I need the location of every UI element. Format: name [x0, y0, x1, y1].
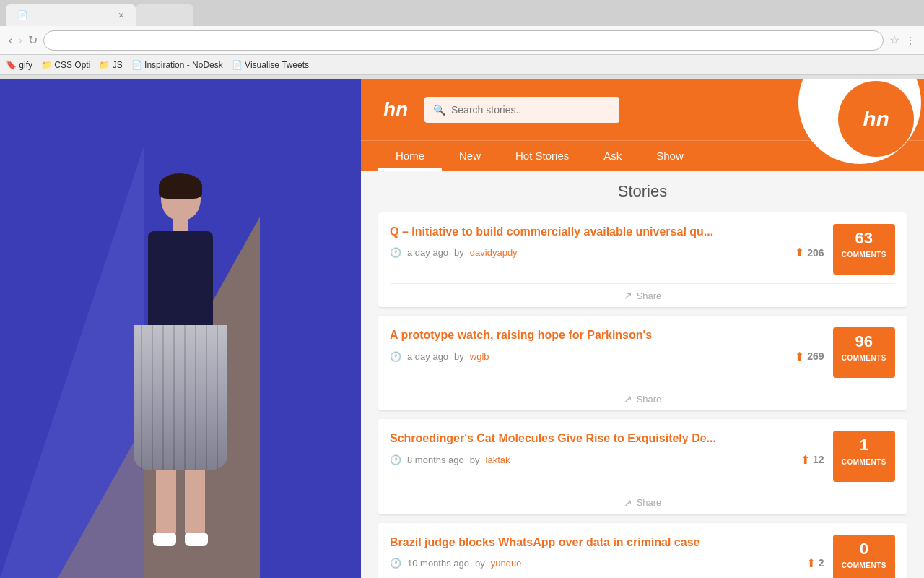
comments-label: COMMENTS — [842, 251, 886, 259]
story-author[interactable]: wglb — [470, 351, 489, 362]
comments-count: 0 — [842, 540, 886, 558]
story-content: Schroedinger's Cat Molecules Give Rise t… — [390, 431, 824, 466]
extensions-button[interactable]: ⋮ — [905, 35, 915, 46]
share-button[interactable]: ↗ Share — [624, 497, 662, 509]
upvote-arrow-icon: ⬆ — [801, 453, 810, 467]
stories-container: Stories Q – Initiative to build commerci… — [361, 171, 924, 578]
comments-count: 1 — [842, 436, 886, 454]
story-author[interactable]: laktak — [486, 454, 510, 465]
upvote-count: 269 — [807, 350, 824, 362]
logo-text: hn — [383, 98, 408, 121]
story-title-link[interactable]: Brazil judge blocks WhatsApp over data i… — [390, 535, 824, 551]
story-author[interactable]: yunque — [491, 558, 522, 569]
upvote-arrow-icon: ⬆ — [795, 246, 804, 259]
stories-heading: Stories — [378, 182, 907, 201]
tab-favicon: 📄 — [17, 10, 28, 20]
upvote-section[interactable]: ⬆ 2 — [806, 556, 824, 570]
bookmark-visualise[interactable]: 📄 Visualise Tweets — [232, 60, 309, 70]
left-decorative-panel — [0, 79, 361, 578]
share-bar: ↗ Share — [390, 387, 895, 410]
story-content: Brazil judge blocks WhatsApp over data i… — [390, 535, 824, 570]
browser-chrome: 📄 × ‹ › ↻ ☆ ⋮ 🔖 gify 📁 CSS Opti 📁 JS 📄 I… — [0, 0, 924, 79]
active-tab[interactable]: 📄 × — [6, 4, 136, 26]
story-content: A prototype watch, raising hope for Park… — [390, 327, 824, 363]
comments-badge[interactable]: 63 COMMENTS — [833, 224, 895, 275]
clock-icon: 🕐 — [390, 454, 401, 465]
story-card: Schroedinger's Cat Molecules Give Rise t… — [378, 419, 907, 514]
upvote-arrow-icon: ⬆ — [795, 350, 804, 363]
upvote-section[interactable]: ⬆ 206 — [795, 246, 824, 259]
clock-icon: 🕐 — [390, 558, 401, 569]
profile-logo: hn — [863, 107, 889, 131]
share-icon: ↗ — [624, 393, 632, 405]
app-logo[interactable]: hn — [378, 92, 413, 127]
share-label: Share — [637, 290, 662, 301]
time-ago: 8 months ago — [407, 454, 464, 465]
comments-label: COMMENTS — [842, 561, 886, 569]
forward-button[interactable]: › — [18, 34, 22, 47]
back-button[interactable]: ‹ — [9, 34, 12, 47]
story-author[interactable]: davidyapdy — [470, 247, 518, 258]
upvote-arrow-icon: ⬆ — [806, 556, 816, 570]
app-header: hn 🔍 hn — [361, 79, 924, 140]
reload-button[interactable]: ↻ — [28, 33, 38, 47]
bookmark-gify[interactable]: 🔖 gify — [6, 60, 32, 70]
search-bar[interactable]: 🔍 — [424, 97, 619, 123]
share-label: Share — [637, 497, 662, 508]
tab-home[interactable]: Home — [378, 141, 442, 171]
bookmarks-bar: 🔖 gify 📁 CSS Opti 📁 JS 📄 Inspiration - N… — [0, 55, 924, 75]
clock-icon: 🕐 — [390, 351, 401, 362]
share-button[interactable]: ↗ Share — [624, 393, 662, 405]
upvote-section[interactable]: ⬆ 269 — [795, 350, 824, 363]
story-meta: 🕐 8 months ago by laktak ⬆ 12 — [390, 453, 824, 467]
clock-icon: 🕐 — [390, 247, 401, 258]
main-container: hn 🔍 hn Home New — [0, 79, 924, 578]
comments-label: COMMENTS — [842, 354, 886, 362]
upvote-section[interactable]: ⬆ 12 — [801, 453, 824, 467]
story-title-link[interactable]: Schroedinger's Cat Molecules Give Rise t… — [390, 431, 824, 447]
search-input[interactable] — [451, 104, 611, 116]
bookmark-js[interactable]: 📁 JS — [99, 60, 122, 70]
comments-badge[interactable]: 96 COMMENTS — [833, 327, 895, 378]
address-input[interactable] — [43, 30, 884, 51]
tab-show[interactable]: Show — [639, 141, 701, 171]
share-button[interactable]: ↗ Share — [624, 290, 662, 301]
tab-hot-stories[interactable]: Hot Stories — [498, 141, 586, 171]
tab-new[interactable]: New — [442, 141, 498, 171]
time-ago: a day ago — [407, 247, 448, 258]
comments-count: 96 — [842, 333, 886, 350]
story-meta: 🕐 a day ago by davidyapdy ⬆ 206 — [390, 246, 824, 259]
story-meta: 🕐 a day ago by wglb ⬆ 269 — [390, 350, 824, 363]
time-ago: 10 months ago — [407, 558, 469, 569]
bookmark-star-icon[interactable]: ☆ — [889, 33, 899, 47]
story-title-link[interactable]: A prototype watch, raising hope for Park… — [390, 327, 824, 343]
upvote-count: 12 — [813, 454, 824, 465]
comments-badge[interactable]: 0 COMMENTS — [833, 535, 895, 578]
profile-avatar[interactable]: hn — [838, 81, 914, 157]
story-content: Q – Initiative to build commercially ava… — [390, 224, 824, 259]
story-card: A prototype watch, raising hope for Park… — [378, 316, 907, 410]
search-icon: 🔍 — [433, 104, 445, 116]
tab-ask[interactable]: Ask — [586, 141, 639, 171]
story-card: Brazil judge blocks WhatsApp over data i… — [378, 523, 907, 578]
new-tab[interactable] — [136, 4, 193, 26]
bookmark-css[interactable]: 📁 CSS Opti — [41, 60, 90, 70]
upvote-count: 206 — [807, 247, 824, 259]
upvote-count: 2 — [819, 557, 824, 569]
share-label: Share — [637, 394, 662, 405]
share-icon: ↗ — [624, 497, 632, 509]
app-panel: hn 🔍 hn Home New — [361, 79, 924, 578]
time-ago: a day ago — [407, 351, 448, 362]
address-bar: ‹ › ↻ ☆ ⋮ — [0, 26, 924, 55]
share-bar: ↗ Share — [390, 491, 895, 514]
story-card: Q – Initiative to build commercially ava… — [378, 212, 907, 307]
bookmark-inspiration[interactable]: 📄 Inspiration - NoDesk — [131, 60, 223, 70]
tab-bar: 📄 × — [0, 0, 924, 26]
comments-count: 63 — [842, 230, 886, 247]
comments-badge[interactable]: 1 COMMENTS — [833, 431, 895, 481]
story-title-link[interactable]: Q – Initiative to build commercially ava… — [390, 224, 824, 240]
comments-label: COMMENTS — [842, 458, 886, 466]
tab-close-button[interactable]: × — [118, 9, 124, 21]
share-bar: ↗ Share — [390, 283, 895, 307]
share-icon: ↗ — [624, 290, 632, 301]
